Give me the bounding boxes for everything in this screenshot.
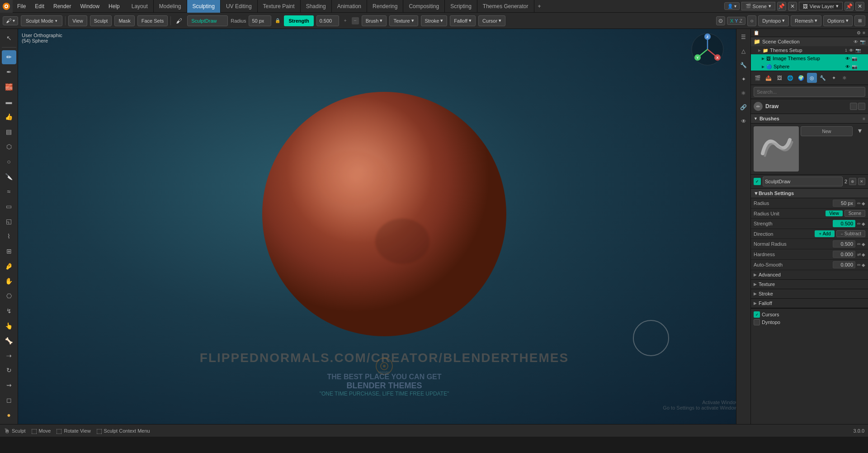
dyntopo-checkbox[interactable] bbox=[754, 319, 760, 325]
tab-sculpting[interactable]: Sculpting bbox=[187, 0, 221, 13]
texture-section-header[interactable]: ▶ Texture bbox=[751, 280, 868, 289]
add-workspace-button[interactable]: + bbox=[534, 3, 545, 10]
tab-scripting[interactable]: Scripting bbox=[445, 0, 477, 13]
normal-radius-edit-icon[interactable]: ✏ bbox=[857, 242, 861, 247]
tab-rendering[interactable]: Rendering bbox=[367, 0, 403, 13]
tab-modeling[interactable]: Modeling bbox=[154, 0, 187, 13]
view-layer-pin-button[interactable]: 📌 bbox=[844, 2, 854, 11]
strength-toggle-button[interactable]: Strength bbox=[284, 15, 313, 26]
scene-collection-render[interactable]: 📷 bbox=[860, 39, 865, 44]
proportional-edit-icon[interactable]: ⊙ bbox=[716, 16, 725, 25]
snake-hook-tool-icon[interactable]: ↯ bbox=[2, 304, 16, 318]
slide-relax-tool-icon[interactable]: ⇝ bbox=[2, 378, 16, 392]
strength-keyframe-icon[interactable]: ◆ bbox=[862, 221, 865, 226]
auto-smooth-param-value[interactable]: 0.000 bbox=[833, 261, 855, 268]
editor-type-selector[interactable]: 🖌 ▾ bbox=[3, 16, 18, 25]
particles-properties-icon[interactable]: ✦ bbox=[829, 73, 839, 83]
brush-dropdown[interactable]: Brush▾ bbox=[362, 15, 387, 26]
radius-keyframe-icon[interactable]: ◆ bbox=[862, 201, 865, 206]
multiplane-tool-icon[interactable]: ⊞ bbox=[2, 244, 16, 258]
inflate-tool-icon[interactable]: ⬡ bbox=[2, 140, 16, 154]
mode-selector[interactable]: Sculpt Mode ▾ bbox=[21, 15, 62, 26]
tab-themes-generator[interactable]: Themes Generator bbox=[477, 0, 534, 13]
thumb-tool-icon[interactable]: 👆 bbox=[2, 319, 16, 333]
proportional-icon[interactable]: ○ bbox=[747, 15, 756, 26]
advanced-section-header[interactable]: ▶ Advanced bbox=[751, 270, 868, 279]
radius-value[interactable]: 50 px bbox=[249, 15, 271, 26]
image-themes-row[interactable]: ▶ 🖼 Image Themes Setup 👁 📷 bbox=[751, 54, 868, 62]
tab-uv-editing[interactable]: UV Editing bbox=[221, 0, 258, 13]
tab-animation[interactable]: Animation bbox=[332, 0, 367, 13]
view-icon[interactable]: 👁 bbox=[737, 115, 750, 128]
boundary-tool-icon[interactable]: ◻ bbox=[2, 393, 16, 407]
smooth-tool-icon[interactable]: ≈ bbox=[2, 185, 16, 199]
face-sets-menu-btn[interactable]: Face Sets bbox=[137, 15, 168, 26]
remesh-button[interactable]: Remesh▾ bbox=[791, 15, 821, 26]
direction-add-button[interactable]: + Add bbox=[815, 230, 835, 237]
themes-setup-render[interactable]: 📷 bbox=[855, 48, 861, 53]
tab-shading[interactable]: Shading bbox=[301, 0, 332, 13]
brushes-menu-icon[interactable]: ≡ bbox=[863, 116, 865, 121]
hardness-swap-icon[interactable]: ⇌ bbox=[857, 252, 861, 257]
tool-name-field[interactable]: SculptDraw bbox=[187, 15, 228, 26]
scene-selector[interactable]: 🎬 Scene ▾ bbox=[741, 2, 775, 10]
menu-file[interactable]: File bbox=[13, 0, 30, 13]
strength-lock-icon[interactable]: + bbox=[342, 17, 349, 24]
navigation-gizmo[interactable]: Z X Y bbox=[689, 31, 726, 69]
strength-subtract-icon[interactable]: − bbox=[352, 17, 359, 24]
radius-lock-icon[interactable]: 🔒 bbox=[274, 17, 281, 24]
color-tool-icon[interactable]: ● bbox=[2, 408, 16, 422]
view-layer-selector[interactable]: 🖼 View Layer ▾ bbox=[799, 2, 843, 10]
blob-tool-icon[interactable]: ○ bbox=[2, 155, 16, 169]
output-properties-icon[interactable]: 📤 bbox=[764, 73, 774, 83]
normal-radius-param-value[interactable]: 0.500 bbox=[833, 240, 855, 248]
auto-smooth-edit-icon[interactable]: ✏ bbox=[857, 262, 861, 267]
cursors-checkbox[interactable]: ✓ bbox=[754, 311, 760, 318]
auto-smooth-keyframe-icon[interactable]: ◆ bbox=[862, 262, 865, 267]
normal-radius-keyframe-icon[interactable]: ◆ bbox=[862, 242, 865, 247]
tab-compositing[interactable]: Compositing bbox=[403, 0, 445, 13]
scene-new-button[interactable]: ✕ bbox=[788, 2, 797, 11]
falloff-dropdown[interactable]: Falloff▾ bbox=[450, 15, 476, 26]
radius-edit-icon[interactable]: ✏ bbox=[857, 201, 861, 206]
radius-unit-view-button[interactable]: View bbox=[826, 210, 843, 216]
elastic-grab-tool-icon[interactable]: ⎔ bbox=[2, 289, 16, 303]
sphere-visibility[interactable]: 👁 bbox=[845, 64, 850, 69]
clay-thumb-tool-icon[interactable]: 👍 bbox=[2, 110, 16, 124]
flatten-tool-icon[interactable]: ▭ bbox=[2, 200, 16, 214]
brush-new-button[interactable]: New bbox=[801, 126, 853, 136]
menu-render[interactable]: Render bbox=[49, 0, 75, 13]
themes-setup-row[interactable]: ▶ 📁 Themes Setup 1 👁 📷 bbox=[751, 46, 868, 54]
physics-icon[interactable]: ⚛ bbox=[737, 87, 750, 100]
fill-tool-icon[interactable]: ◱ bbox=[2, 214, 16, 228]
move-tool-icon[interactable]: ↖ bbox=[2, 31, 16, 45]
direction-subtract-button[interactable]: − Subtract bbox=[836, 230, 865, 237]
menu-help[interactable]: Help bbox=[104, 0, 124, 13]
cursor-dropdown[interactable]: Cursor▾ bbox=[478, 15, 505, 26]
modifier-icon[interactable]: 🔧 bbox=[737, 59, 750, 72]
crease-tool-icon[interactable]: 🔪 bbox=[2, 170, 16, 184]
outliner-sort-icon[interactable]: ≡ bbox=[863, 30, 865, 35]
image-themes-visibility[interactable]: 👁 bbox=[845, 56, 850, 61]
brush-preview-image[interactable] bbox=[754, 126, 799, 172]
scene-collection-row[interactable]: 📁 Scene Collection 👁 📷 bbox=[751, 37, 868, 46]
sculpt-menu-btn[interactable]: Sculpt bbox=[90, 15, 112, 26]
image-themes-render[interactable]: 📷 bbox=[852, 56, 857, 61]
pinch-tool-icon[interactable]: 🤌 bbox=[2, 259, 16, 273]
texture-dropdown[interactable]: Texture▾ bbox=[389, 15, 418, 26]
view-layer-new-button[interactable]: ✕ bbox=[855, 2, 864, 11]
world-properties-icon[interactable]: 🌍 bbox=[796, 73, 806, 83]
user-menu[interactable]: ▾ bbox=[734, 4, 736, 9]
properties-icon[interactable]: ☰ bbox=[737, 31, 750, 43]
hardness-keyframe-icon[interactable]: ◆ bbox=[862, 252, 865, 257]
stroke-dropdown[interactable]: Stroke▾ bbox=[421, 15, 448, 26]
outliner-filter-icon[interactable]: ⚙ bbox=[857, 30, 861, 35]
scene-properties-icon[interactable]: 🌐 bbox=[785, 73, 795, 83]
view-menu-btn[interactable]: View bbox=[68, 15, 87, 26]
properties-search-input[interactable] bbox=[754, 87, 865, 97]
particles-icon[interactable]: ✦ bbox=[737, 73, 750, 86]
sphere-render[interactable]: 📷 bbox=[852, 64, 857, 69]
object-data-icon[interactable]: △ bbox=[737, 45, 750, 57]
brush-active-indicator[interactable]: ✓ bbox=[754, 178, 761, 185]
brush-delete-button[interactable]: ✕ bbox=[858, 178, 865, 185]
